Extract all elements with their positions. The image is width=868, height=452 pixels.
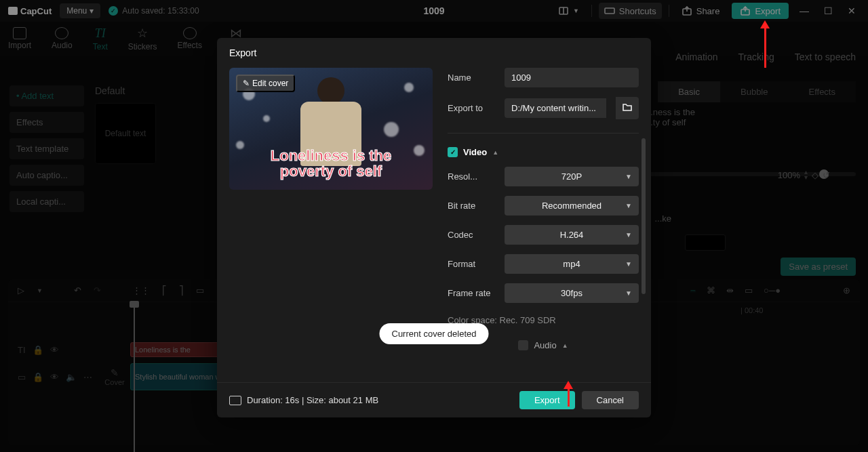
cover-text: Loneliness is the poverty of self	[229, 148, 433, 179]
toast-message: Current cover deleted	[379, 323, 488, 344]
codec-select[interactable]: H.264▼	[505, 225, 639, 245]
resolution-row: Resol... 720P▼	[448, 167, 639, 186]
film-icon	[229, 396, 241, 405]
chevron-up-icon: ▲	[492, 149, 498, 156]
divider	[448, 133, 639, 133]
exportto-label: Export to	[448, 103, 495, 113]
cover-preview: ✎Edit cover Loneliness is the poverty of…	[229, 68, 433, 190]
name-label: Name	[448, 73, 495, 83]
chevron-up-icon: ▲	[562, 342, 568, 349]
video-section-header[interactable]: ✓ Video ▲	[448, 147, 639, 157]
export-button[interactable]: Export	[519, 391, 575, 409]
chevron-down-icon: ▼	[625, 202, 632, 209]
name-row: Name	[448, 68, 639, 87]
resolution-select[interactable]: 720P▼	[505, 167, 639, 186]
modal-title: Export	[217, 38, 651, 68]
bokeh	[384, 122, 399, 137]
export-info: Duration: 16s | Size: about 21 MB	[229, 395, 378, 405]
audio-checkbox[interactable]: ✓	[518, 340, 528, 350]
chevron-down-icon: ▼	[625, 260, 632, 268]
format-label: Format	[448, 259, 495, 269]
framerate-label: Frame rate	[448, 288, 495, 298]
name-input[interactable]	[505, 68, 639, 87]
format-select[interactable]: mp4▼	[505, 254, 639, 274]
framerate-row: Frame rate 30fps▼	[448, 283, 639, 303]
exportto-path[interactable]: D:/My content writin...	[505, 98, 606, 118]
edit-cover-button[interactable]: ✎Edit cover	[236, 75, 295, 92]
bokeh	[263, 115, 270, 122]
chevron-down-icon: ▼	[625, 289, 632, 297]
resolution-label: Resol...	[448, 171, 495, 182]
chevron-down-icon: ▼	[625, 231, 632, 239]
browse-folder-button[interactable]	[616, 97, 639, 119]
folder-icon	[622, 102, 633, 112]
chevron-down-icon: ▼	[625, 173, 632, 180]
exportto-row: Export to D:/My content writin...	[448, 97, 639, 119]
export-modal: Export ✎Edit cover Loneliness is the pov…	[217, 38, 651, 417]
modal-footer: Duration: 16s | Size: about 21 MB Export…	[217, 382, 651, 417]
bokeh	[404, 83, 414, 92]
codec-row: Codec H.264▼	[448, 225, 639, 245]
bitrate-select[interactable]: Recommended▼	[505, 196, 639, 215]
codec-label: Codec	[448, 230, 495, 240]
bitrate-row: Bit rate Recommended▼	[448, 196, 639, 215]
format-row: Format mp4▼	[448, 254, 639, 274]
pencil-icon: ✎	[243, 79, 250, 88]
cancel-button[interactable]: Cancel	[582, 391, 639, 409]
scrollbar-thumb[interactable]	[642, 138, 646, 294]
bitrate-label: Bit rate	[448, 201, 495, 211]
framerate-select[interactable]: 30fps▼	[505, 283, 639, 303]
video-checkbox[interactable]: ✓	[448, 147, 458, 157]
